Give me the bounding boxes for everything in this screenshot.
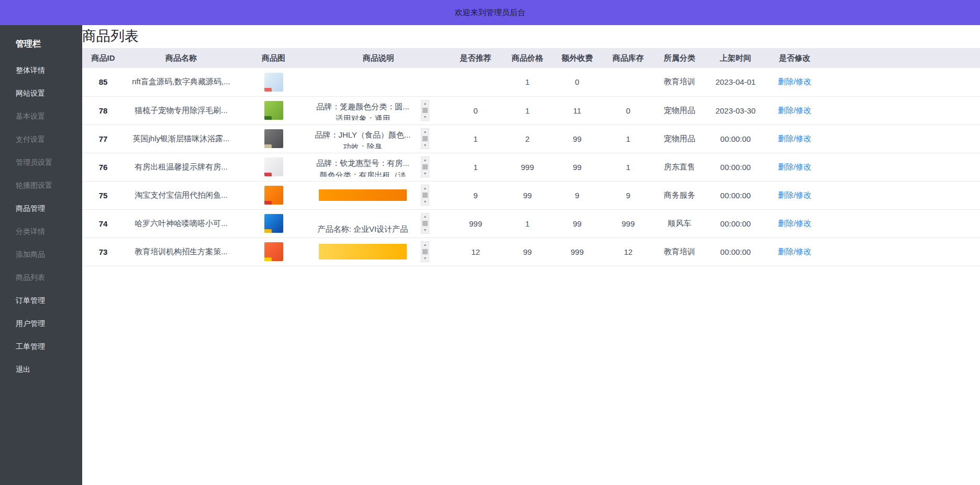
table-row: 78 猫梳子宠物专用除浮毛刷... 品牌：笼趣颜色分类：圆... 适用对象：通用…: [82, 96, 980, 125]
sidebar-item-3[interactable]: 基本设置: [0, 105, 82, 128]
category-value: 教育培训: [664, 77, 695, 86]
topbar: 欢迎来到管理员后台: [0, 0, 980, 25]
sidebar-item-1[interactable]: 整体详情: [0, 59, 82, 82]
description-scrollbar[interactable]: ▲ ▼: [421, 185, 429, 206]
thumbnail-accent: [264, 116, 272, 120]
filler-cell: [823, 153, 980, 181]
description-scrollbar[interactable]: ▲ ▼: [421, 156, 429, 177]
scroll-down-icon[interactable]: ▼: [424, 143, 427, 148]
delete-edit-link[interactable]: 删除/修改: [778, 162, 811, 171]
scroll-down-icon[interactable]: ▼: [424, 172, 427, 176]
scroll-down-icon[interactable]: ▼: [424, 228, 427, 232]
sidebar-item-14[interactable]: 退出: [0, 358, 82, 381]
orange-credit-service-thumbnail[interactable]: [264, 186, 283, 205]
description-scrollbar[interactable]: ▲ ▼: [421, 100, 429, 121]
product-name: 淘宝支付宝信用代拍闲鱼...: [135, 190, 228, 199]
description-scrollbar[interactable]: ▲ ▼: [421, 128, 429, 149]
blue-ride-service-thumbnail[interactable]: [264, 214, 283, 233]
sidebar-item-12[interactable]: 用户管理: [0, 312, 82, 335]
product-name: 哈罗六叶神哈喽嘀嗒小可...: [135, 219, 228, 228]
scrollbar-thumb[interactable]: [422, 249, 428, 254]
description-cell: [309, 72, 448, 92]
scroll-up-icon[interactable]: ▲: [424, 215, 427, 219]
description-scrollbar[interactable]: ▲ ▼: [421, 213, 429, 234]
product-description[interactable]: 品牌：钦龙惠型号：有房... 颜色分类：有房出租（淡: [309, 157, 417, 177]
description-line-2: 颜色分类：有房出租（淡: [309, 169, 417, 177]
stock-value: 0: [626, 106, 630, 115]
sidebar-item-label: 工单管理: [16, 342, 45, 352]
sidebar-item-label: 网站设置: [16, 89, 45, 98]
sidebar-item-label: 用户管理: [16, 319, 45, 329]
sidebar-item-label: 基本设置: [16, 112, 45, 121]
sidebar-item-10[interactable]: 商品列表: [0, 266, 82, 289]
grey-cat-shampoo-thumbnail[interactable]: [264, 129, 283, 148]
price-value: 99: [523, 191, 532, 200]
scroll-down-icon[interactable]: ▼: [424, 200, 427, 204]
product-description[interactable]: 品牌：JHLY（食品）颜色... 功效：除臭: [309, 129, 417, 149]
scroll-up-icon[interactable]: ▲: [424, 186, 427, 190]
rental-sign-thumbnail[interactable]: [264, 157, 283, 176]
product-id: 78: [99, 106, 108, 115]
sidebar-title: 管理栏: [0, 39, 82, 50]
thumbnail-accent: [264, 229, 272, 233]
scroll-up-icon[interactable]: ▲: [424, 101, 427, 106]
description-cell: ▲ ▼: [309, 241, 448, 262]
sidebar-item-7[interactable]: 商品管理: [0, 197, 82, 220]
price-value: 1: [525, 106, 529, 115]
scrollbar-thumb[interactable]: [422, 221, 428, 226]
sidebar-item-9[interactable]: 添加商品: [0, 243, 82, 266]
scroll-up-icon[interactable]: ▲: [424, 158, 427, 162]
sidebar-item-8[interactable]: 分类详情: [0, 220, 82, 243]
description-scrollbar[interactable]: ▲ ▼: [421, 241, 429, 262]
description-line-1: 品牌：钦龙惠型号：有房...: [309, 157, 417, 169]
recommend-value: 1: [473, 163, 477, 172]
sidebar-item-6[interactable]: 轮播图设置: [0, 174, 82, 197]
sidebar-item-label: 退出: [16, 365, 30, 375]
scroll-up-icon[interactable]: ▲: [424, 130, 427, 134]
education-poster-thumbnail[interactable]: [264, 242, 283, 261]
sidebar-item-4[interactable]: 支付设置: [0, 128, 82, 151]
price-value: 999: [521, 163, 534, 172]
sidebar-item-label: 支付设置: [16, 135, 45, 144]
sidebar-item-11[interactable]: 订单管理: [0, 289, 82, 312]
scrollbar-thumb[interactable]: [422, 164, 428, 170]
filler-cell: [823, 209, 980, 238]
table-header-row: 商品ID商品名称商品图商品说明是否推荐商品价格额外收费商品库存所属分类上架时间是…: [82, 48, 980, 68]
sidebar-item-5[interactable]: 管理员设置: [0, 151, 82, 174]
delete-edit-link[interactable]: 删除/修改: [778, 190, 811, 199]
sidebar-item-2[interactable]: 网站设置: [0, 82, 82, 105]
scroll-up-icon[interactable]: ▲: [424, 243, 427, 247]
table-row: 76 有房出租温馨提示牌有房... 品牌：钦龙惠型号：有房... 颜色分类：有房…: [82, 153, 980, 181]
delete-edit-link[interactable]: 删除/修改: [778, 247, 811, 256]
recommend-value: 999: [469, 219, 482, 228]
pet-shampoo-bottles-thumbnail[interactable]: [264, 73, 283, 92]
product-description[interactable]: [309, 185, 417, 205]
sidebar-item-label: 添加商品: [16, 250, 45, 260]
price-value: 99: [523, 247, 532, 256]
delete-edit-link[interactable]: 删除/修改: [778, 134, 811, 143]
delete-edit-link[interactable]: 删除/修改: [778, 77, 811, 86]
column-header-4: 商品说明: [309, 48, 448, 68]
product-description[interactable]: 品牌：笼趣颜色分类：圆... 适用对象：通用: [309, 100, 417, 120]
green-cat-brush-thumbnail[interactable]: [264, 101, 283, 120]
delete-edit-link[interactable]: 删除/修改: [778, 106, 811, 115]
product-description[interactable]: [309, 72, 429, 92]
column-header-1: 商品ID: [82, 48, 124, 68]
description-line-1: 品牌：JHLY（食品）颜色...: [309, 129, 417, 141]
column-header-10: 上架时间: [705, 48, 766, 68]
scroll-down-icon[interactable]: ▼: [424, 115, 427, 119]
scrollbar-thumb[interactable]: [422, 193, 428, 198]
category-value: 宠物用品: [664, 134, 695, 143]
sidebar-item-13[interactable]: 工单管理: [0, 335, 82, 358]
product-description[interactable]: 产品名称: 企业VI设计产品: [309, 213, 417, 233]
thumbnail-accent: [264, 257, 272, 261]
description-line-2: 功效：除臭: [309, 141, 417, 149]
scroll-down-icon[interactable]: ▼: [424, 256, 427, 261]
table-row: 77 英国jhly银渐层猫咪沐浴露... 品牌：JHLY（食品）颜色... 功效…: [82, 125, 980, 153]
shelf-time-value: 00:00:00: [720, 134, 751, 143]
scrollbar-thumb[interactable]: [422, 136, 428, 141]
delete-edit-link[interactable]: 删除/修改: [778, 219, 811, 228]
scrollbar-thumb[interactable]: [422, 108, 428, 113]
product-description[interactable]: [309, 242, 417, 262]
category-value: 顺风车: [668, 219, 692, 228]
